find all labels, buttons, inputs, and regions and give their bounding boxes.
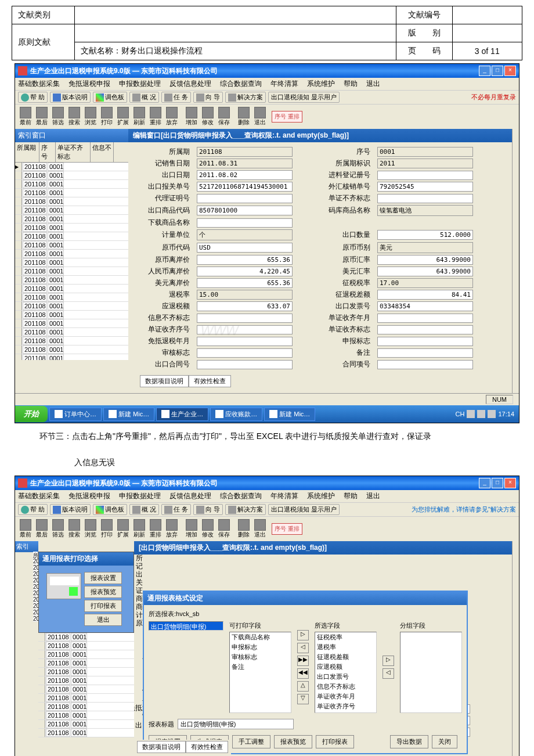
menu-item[interactable]: 退出 [366,79,380,89]
index-row[interactable]: 2011080001 [38,668,134,676]
index-row[interactable]: 2011080001 [15,171,128,180]
toolbar-最后[interactable]: 最后 [34,519,49,539]
form-field[interactable]: 4,220.45 [197,267,293,276]
scrollbar[interactable] [512,129,519,393]
form-field[interactable] [377,314,473,323]
index-row[interactable]: 2011080001 [38,633,134,642]
form-field[interactable]: 512.0000 [377,230,473,240]
sequence-reorder-button[interactable]: 序号 重排 [272,523,302,535]
menu-item[interactable]: 基础数据采集 [18,79,60,89]
index-row[interactable]: 2011080001 [15,267,128,276]
maximize-button[interactable]: □ [492,478,503,488]
index-row[interactable]: 2011080001 [38,676,134,685]
index-row[interactable]: 2011080001 [38,729,134,737]
form-field[interactable] [197,314,293,323]
toolbar-浏览[interactable]: 浏览 [83,519,98,539]
menu-item[interactable]: 反馈信息处理 [169,491,211,501]
list-item[interactable]: 信息不齐标志 [315,682,376,692]
sequence-reorder-button[interactable]: 序号 重排 [272,111,302,123]
form-field[interactable] [377,171,473,180]
list-item[interactable]: 应退税额 [315,662,376,672]
report-preview-button[interactable]: 报表预览 [84,586,122,598]
form-field[interactable]: 655.36 [197,255,293,265]
form-field[interactable]: 643.99000 [377,267,473,276]
move-all-left-button[interactable]: ◀◀ [297,668,309,679]
group-list[interactable] [400,632,462,713]
index-row[interactable]: 2011080001 [15,232,128,241]
palette-button[interactable]: 调色板 [93,504,127,515]
toolbar-刷新[interactable]: 刷新 [132,106,147,127]
index-row[interactable]: 2011080001 [15,354,128,360]
version-button[interactable]: 版本说明 [50,92,91,103]
move-left-button[interactable]: ◁ [297,643,309,653]
toolbar-搜索[interactable]: 搜索 [67,106,82,127]
index-row[interactable]: 2011080001 [15,293,128,302]
index-row[interactable]: 2011080001 [38,703,134,711]
list-item[interactable]: 单证收齐标志 [315,711,376,713]
index-row[interactable]: 2011080001 [15,250,128,258]
form-field[interactable]: 2011.08.02 [197,170,293,180]
report-title-input[interactable] [178,719,294,729]
toolbar-放弃[interactable]: 放弃 [164,106,179,127]
move-up-button[interactable]: △ [297,681,309,692]
nav-button[interactable]: 向 导 [193,504,223,515]
toolbar-最后[interactable]: 最后 [34,106,49,127]
help-button[interactable]: 帮 助 [18,504,48,515]
taskbar-item[interactable]: 新建 Mic… [264,408,315,421]
toolbar-打印[interactable]: 打印 [99,106,114,127]
menu-item[interactable]: 免抵退税申报 [68,491,110,501]
index-row[interactable]: 2011080001 [15,163,128,171]
menu-item[interactable]: 帮助 [344,491,358,501]
list-item[interactable]: 单证收齐序号 [315,701,376,711]
toolbar-筛选[interactable]: 筛选 [50,106,66,127]
index-row[interactable]: 2011080001 [15,215,128,224]
index-row[interactable]: 2011080001 [15,285,128,293]
index-row[interactable]: 2011080001 [38,642,134,650]
minimize-button[interactable]: _ [479,66,490,76]
index-row[interactable]: 2011080001 [38,659,134,668]
form-field[interactable] [197,348,293,358]
index-row[interactable]: 2011080001 [15,197,128,206]
index-row[interactable]: 2011080001 [15,337,128,345]
form-field[interactable] [377,325,473,334]
menu-item[interactable]: 退出 [366,491,380,501]
toolbar-删除[interactable]: 删除 [236,106,251,127]
minimize-button[interactable]: _ [479,478,490,488]
banner-button[interactable]: 出口退税须知 显示用户 [268,504,340,515]
toolbar-增加[interactable]: 增加 [184,106,199,127]
index-row[interactable]: 2011080001 [15,180,128,189]
form-field[interactable]: 84.41 [377,290,473,300]
task-button[interactable]: 任 务 [161,504,191,515]
toolbar-重排[interactable]: 重排 [148,106,163,127]
toolbar-增加[interactable]: 增加 [184,519,199,539]
group-left-button[interactable]: ◁ [383,668,394,679]
index-row[interactable]: 2011080001 [38,694,134,703]
toolbar-扩展[interactable]: 扩展 [116,519,131,539]
menu-item[interactable]: 系统维护 [307,79,335,89]
form-field[interactable] [197,360,293,369]
form-field[interactable] [377,337,473,346]
index-row[interactable]: 2011080001 [15,345,128,354]
list-item[interactable]: 下载商品名称 [230,632,291,642]
menu-item[interactable]: 基础数据采集 [18,491,60,501]
form-field[interactable]: 792052545 [377,182,473,192]
tray-icon[interactable] [467,410,475,418]
toolbar-最前[interactable]: 最前 [18,519,33,539]
task-button[interactable]: 任 务 [161,92,191,103]
taskbar-item[interactable]: 生产企业… [156,408,208,421]
tray-icon[interactable] [488,410,496,418]
exit-button[interactable]: 退出 [84,614,122,626]
index-row[interactable]: 2011080001 [38,685,134,694]
toolbar-删除[interactable]: 删除 [236,519,251,539]
index-row[interactable]: 2011080001 [15,241,128,250]
menu-item[interactable]: 系统维护 [307,491,335,501]
list-item[interactable]: 征税税率 [315,632,376,642]
index-row[interactable]: 2011080001 [38,650,134,659]
toolbar-扩展[interactable]: 扩展 [116,106,131,127]
form-field[interactable]: 8507801000 [197,206,293,215]
menu-item[interactable]: 综合数据查询 [220,79,262,89]
toolbar-刷新[interactable]: 刷新 [132,519,147,539]
menu-item[interactable]: 反馈信息处理 [169,79,211,89]
help-button[interactable]: 帮 助 [18,92,48,103]
toolbar-搜索[interactable]: 搜索 [67,519,82,539]
